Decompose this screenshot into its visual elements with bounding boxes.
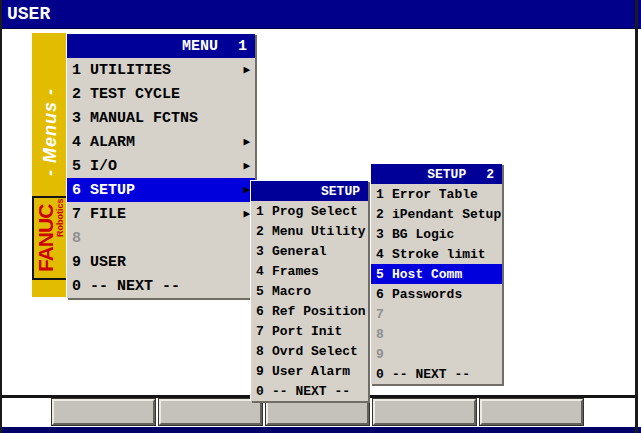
menu-item-label: Frames	[272, 264, 363, 279]
menu-item-setup[interactable]: 6SETUP▶	[67, 178, 255, 202]
menu-item-number: 3	[376, 227, 392, 242]
menu-item-number: 4	[256, 264, 272, 279]
menu-item-passwords[interactable]: 6Passwords	[371, 284, 502, 304]
menu-item-general[interactable]: 3General	[251, 241, 368, 261]
menu-item-label: Stroke limit	[392, 247, 497, 262]
menu-item-number: 6	[256, 304, 272, 319]
menu-item-macro[interactable]: 5Macro	[251, 281, 368, 301]
menu-item-label: FILE	[90, 206, 243, 223]
menu-item-ovrd-select[interactable]: 8Ovrd Select	[251, 341, 368, 361]
submenu-arrow-icon: ▶	[243, 137, 250, 148]
menu-item-number: 1	[256, 204, 272, 219]
menu-item-number: 0	[376, 367, 392, 382]
menu-item-label: Host Comm	[392, 267, 497, 282]
menu-item-label: USER	[90, 254, 250, 271]
function-key-2[interactable]	[159, 399, 262, 425]
menu-item-number: 3	[256, 244, 272, 259]
menu-item-number: 0	[256, 384, 272, 399]
submenu-arrow-icon: ▶	[243, 161, 250, 172]
menu-item-ref-position[interactable]: 6Ref Position	[251, 301, 368, 321]
menu-item-label: I/O	[90, 158, 243, 175]
menu-item-next[interactable]: 0-- NEXT --	[67, 274, 255, 298]
menu-item-number: 6	[376, 287, 392, 302]
fanuc-logo: FANUC Robotics	[32, 196, 68, 280]
main-menu-popup: MENU 1 1UTILITIES▶2TEST CYCLE3MANUAL FCT…	[66, 33, 255, 298]
title-bar: USER	[0, 0, 641, 29]
menu-item-number: 7	[256, 324, 272, 339]
menu-item-label: UTILITIES	[90, 62, 243, 79]
menu-item-label: Error Table	[392, 187, 497, 202]
window-right-border	[635, 0, 638, 433]
menu-item-blank-8: 8	[67, 226, 255, 250]
setup-menu-items: 1Prog Select2Menu Utility3General4Frames…	[251, 201, 368, 401]
menu-item-frames[interactable]: 4Frames	[251, 261, 368, 281]
menu-item-label: User Alarm	[272, 364, 363, 379]
main-menu-header: MENU 1	[67, 34, 255, 58]
setup2-menu-header: SETUP 2	[371, 164, 502, 184]
menu-item-label: TEST CYCLE	[90, 86, 250, 103]
menu-item-menu-utility[interactable]: 2Menu Utility	[251, 221, 368, 241]
setup2-menu-popup: SETUP 2 1Error Table2iPendant Setup3BG L…	[370, 163, 502, 384]
menu-item-blank-7: 7	[371, 304, 502, 324]
function-key-1[interactable]	[52, 399, 155, 425]
menu-item-label: SETUP	[90, 182, 243, 199]
submenu-arrow-icon: ▶	[243, 209, 250, 220]
menu-item-manual-fctns[interactable]: 3MANUAL FCTNS	[67, 106, 255, 130]
menu-item-number: 4	[376, 247, 392, 262]
menu-item-number: 9	[72, 254, 90, 271]
menu-item-host-comm[interactable]: 5Host Comm	[371, 264, 502, 284]
menu-item-next[interactable]: 0-- NEXT --	[371, 364, 502, 384]
menu-item-number: 7	[72, 206, 90, 223]
menu-item-test-cycle[interactable]: 2TEST CYCLE	[67, 82, 255, 106]
menu-item-blank-8: 8	[371, 324, 502, 344]
setup2-menu-items: 1Error Table2iPendant Setup3BG Logic4Str…	[371, 184, 502, 384]
menu-item-user-alarm[interactable]: 9User Alarm	[251, 361, 368, 381]
main-menu-title: MENU	[182, 38, 218, 55]
menu-item-number: 1	[72, 62, 90, 79]
menu-item-label: -- NEXT --	[90, 278, 250, 295]
fanuc-robotics-text: Robotics	[56, 198, 66, 278]
menu-item-number: 2	[72, 86, 90, 103]
menu-item-utilities[interactable]: 1UTILITIES▶	[67, 58, 255, 82]
menu-item-number: 0	[72, 278, 90, 295]
menu-item-number: 5	[376, 267, 392, 282]
menu-item-port-init[interactable]: 7Port Init	[251, 321, 368, 341]
setup-menu-popup: SETUP 1Prog Select2Menu Utility3General4…	[250, 180, 368, 401]
menu-item-number: 3	[72, 110, 90, 127]
menu-item-label: Menu Utility	[272, 224, 366, 239]
window-title: USER	[7, 4, 50, 24]
menu-item-error-table[interactable]: 1Error Table	[371, 184, 502, 204]
setup-menu-title: SETUP	[321, 184, 360, 199]
menu-item-label: -- NEXT --	[392, 367, 497, 382]
function-key-row	[52, 399, 583, 425]
menu-item-user[interactable]: 9USER	[67, 250, 255, 274]
menu-item-number: 7	[376, 307, 392, 322]
menu-item-i-o[interactable]: 5I/O▶	[67, 154, 255, 178]
submenu-arrow-icon: ▶	[243, 185, 250, 196]
menu-item-ipendant-setup[interactable]: 2iPendant Setup	[371, 204, 502, 224]
setup2-menu-title: SETUP	[427, 167, 466, 182]
fanuc-brand-text: FANUC	[34, 198, 56, 278]
menu-item-alarm[interactable]: 4ALARM▶	[67, 130, 255, 154]
function-key-5[interactable]	[480, 399, 583, 425]
menu-item-number: 8	[256, 344, 272, 359]
menu-item-label: Ref Position	[272, 304, 366, 319]
menu-item-label: BG Logic	[392, 227, 497, 242]
menu-item-number: 2	[376, 207, 392, 222]
menu-item-stroke-limit[interactable]: 4Stroke limit	[371, 244, 502, 264]
menu-item-prog-select[interactable]: 1Prog Select	[251, 201, 368, 221]
function-key-3[interactable]	[266, 399, 369, 425]
menu-item-label: Ovrd Select	[272, 344, 363, 359]
menu-item-label: MANUAL FCTNS	[90, 110, 250, 127]
menu-item-number: 6	[72, 182, 90, 199]
menu-item-number: 8	[72, 230, 90, 247]
menu-item-next[interactable]: 0-- NEXT --	[251, 381, 368, 401]
menu-item-number: 2	[256, 224, 272, 239]
menu-item-number: 8	[376, 327, 392, 342]
window-bottom-bar	[0, 427, 641, 433]
function-key-4[interactable]	[373, 399, 476, 425]
menu-item-label: Prog Select	[272, 204, 363, 219]
menu-item-number: 4	[72, 134, 90, 151]
menu-item-file[interactable]: 7FILE▶	[67, 202, 255, 226]
menu-item-bg-logic[interactable]: 3BG Logic	[371, 224, 502, 244]
